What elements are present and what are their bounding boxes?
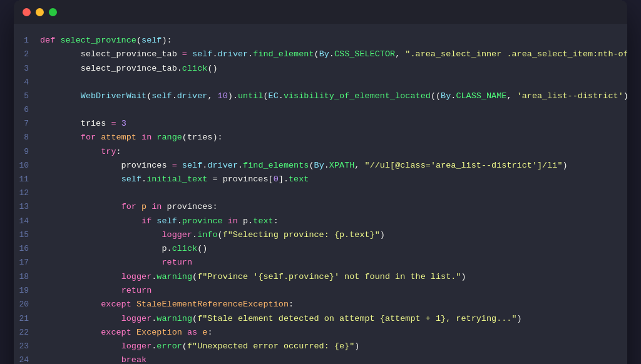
line-code: break bbox=[40, 353, 627, 364]
line-code: try: bbox=[40, 145, 627, 159]
maximize-button[interactable] bbox=[49, 8, 57, 16]
line-code: for p in provinces: bbox=[40, 200, 627, 214]
code-line: 15 logger.info(f"Selecting province: {p.… bbox=[14, 228, 627, 242]
token: in bbox=[136, 133, 156, 142]
token: attempt bbox=[101, 133, 136, 142]
token: click bbox=[172, 244, 198, 253]
token: ) bbox=[380, 230, 385, 240]
code-line: 2 select_province_tab = self.driver.find… bbox=[14, 48, 627, 61]
line-code: self.initial_text = provinces[0].text bbox=[40, 173, 627, 186]
token: until bbox=[238, 91, 264, 101]
token: ( bbox=[314, 49, 319, 59]
line-code: select_province_tab = self.driver.find_e… bbox=[40, 48, 627, 61]
token: ( bbox=[192, 314, 197, 323]
token bbox=[40, 341, 121, 351]
token bbox=[40, 286, 121, 295]
token: p. bbox=[243, 216, 253, 226]
token bbox=[116, 119, 121, 128]
line-number: 7 bbox=[14, 117, 40, 131]
token: f"Stale element detected on attempt {att… bbox=[197, 314, 516, 323]
token: WebDriverWait bbox=[81, 91, 146, 101]
token: . bbox=[329, 49, 334, 59]
code-line: 12 bbox=[14, 186, 627, 200]
line-number: 16 bbox=[14, 242, 40, 256]
line-number: 8 bbox=[14, 131, 40, 144]
line-number: 20 bbox=[14, 298, 40, 311]
token: 0 bbox=[274, 174, 279, 184]
token: . bbox=[238, 161, 243, 170]
token: : bbox=[274, 216, 279, 226]
token: error bbox=[156, 341, 182, 351]
token: ( bbox=[264, 91, 269, 101]
line-code: select_province_tab.click() bbox=[40, 62, 627, 76]
token: warning bbox=[156, 314, 192, 323]
code-line: 13 for p in provinces: bbox=[14, 200, 627, 214]
token: ( bbox=[309, 161, 314, 170]
token: ). bbox=[228, 91, 238, 101]
token: CSS_SELECTOR bbox=[334, 49, 395, 59]
code-line: 23 logger.error(f"Unexpected error occur… bbox=[14, 340, 627, 353]
line-code: except StaleElementReferenceException: bbox=[40, 298, 627, 311]
token: find_elements bbox=[243, 161, 309, 170]
token: except bbox=[101, 300, 136, 309]
titlebar bbox=[14, 0, 627, 24]
token: , bbox=[395, 49, 405, 59]
code-line: 20 except StaleElementReferenceException… bbox=[14, 298, 627, 311]
line-code: if self.province in p.text: bbox=[40, 215, 627, 228]
token: except bbox=[101, 328, 136, 337]
token: By bbox=[314, 161, 324, 170]
line-code: logger.warning(f"Stale element detected … bbox=[40, 312, 627, 326]
line-number: 18 bbox=[14, 270, 40, 284]
line-code: return bbox=[40, 284, 627, 298]
token: if bbox=[141, 216, 156, 226]
line-number: 2 bbox=[14, 48, 40, 61]
code-line: 21 logger.warning(f"Stale element detect… bbox=[14, 312, 627, 326]
line-number: 3 bbox=[14, 62, 40, 76]
code-line: 10 provinces = self.driver.find_elements… bbox=[14, 159, 627, 173]
token: = bbox=[111, 119, 116, 128]
token: 10 bbox=[218, 91, 228, 101]
code-line: 6 bbox=[14, 103, 627, 117]
line-code: return bbox=[40, 256, 627, 270]
line-code: except Exception as e: bbox=[40, 326, 627, 340]
token: def bbox=[40, 36, 60, 45]
token bbox=[40, 355, 121, 364]
token bbox=[40, 147, 101, 156]
token: range bbox=[156, 133, 182, 142]
token: . bbox=[192, 230, 197, 240]
token: f"Selecting province: {p.text}" bbox=[223, 230, 380, 240]
line-number: 1 bbox=[14, 34, 40, 48]
minimize-button[interactable] bbox=[36, 8, 44, 16]
line-number: 17 bbox=[14, 256, 40, 270]
line-number: 21 bbox=[14, 312, 40, 326]
token bbox=[40, 328, 101, 337]
token bbox=[40, 272, 121, 281]
line-number: 6 bbox=[14, 103, 40, 117]
token bbox=[40, 300, 101, 309]
token: warning bbox=[156, 272, 192, 281]
token bbox=[177, 161, 182, 170]
token: p. bbox=[40, 244, 172, 253]
token: ) bbox=[517, 314, 522, 323]
token: self bbox=[156, 216, 177, 226]
token: find_element bbox=[253, 49, 314, 59]
token: ( bbox=[136, 36, 141, 45]
token bbox=[40, 314, 121, 323]
token: return bbox=[121, 286, 152, 295]
token: () bbox=[197, 244, 207, 253]
code-line: 9 try: bbox=[14, 145, 627, 159]
token: . bbox=[324, 161, 329, 170]
line-code: logger.info(f"Selecting province: {p.tex… bbox=[40, 228, 627, 242]
line-number: 11 bbox=[14, 173, 40, 186]
token: ) bbox=[563, 161, 568, 170]
token: ): bbox=[162, 36, 172, 45]
token: ) bbox=[354, 341, 359, 351]
token: in bbox=[223, 216, 243, 226]
code-line: 16 p.click() bbox=[14, 242, 627, 256]
close-button[interactable] bbox=[23, 8, 31, 16]
token: province bbox=[182, 216, 223, 226]
line-code: p.click() bbox=[40, 242, 627, 256]
line-number: 5 bbox=[14, 89, 40, 103]
token: By bbox=[441, 91, 451, 101]
line-number: 9 bbox=[14, 145, 40, 159]
